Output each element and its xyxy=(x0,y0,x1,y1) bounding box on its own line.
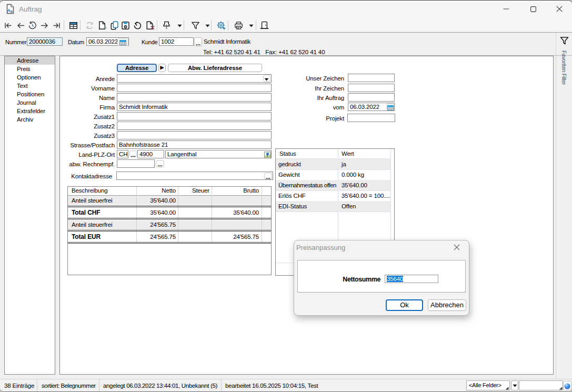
svg-text:a: a xyxy=(11,9,13,13)
